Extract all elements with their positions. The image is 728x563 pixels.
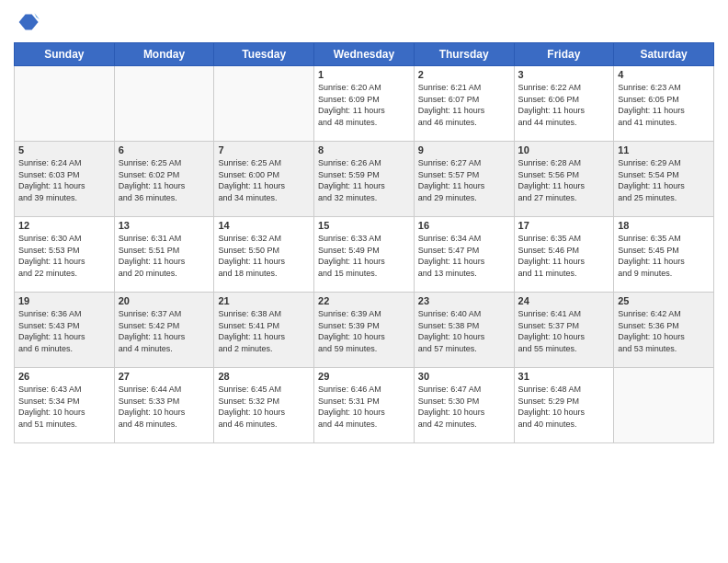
day-info: Sunrise: 6:32 AM Sunset: 5:50 PM Dayligh… xyxy=(218,233,310,279)
day-number: 11 xyxy=(618,144,710,155)
day-info: Sunrise: 6:28 AM Sunset: 5:56 PM Dayligh… xyxy=(518,157,610,203)
weekday-header-tuesday: Tuesday xyxy=(214,43,314,66)
day-number: 25 xyxy=(618,295,710,306)
day-number: 10 xyxy=(518,144,610,155)
calendar-cell: 21Sunrise: 6:38 AM Sunset: 5:41 PM Dayli… xyxy=(214,293,314,368)
weekday-header-thursday: Thursday xyxy=(414,43,514,66)
calendar-cell: 30Sunrise: 6:47 AM Sunset: 5:30 PM Dayli… xyxy=(414,368,514,443)
day-number: 4 xyxy=(618,69,710,80)
calendar-cell: 15Sunrise: 6:33 AM Sunset: 5:49 PM Dayli… xyxy=(314,217,415,293)
weekday-header-wednesday: Wednesday xyxy=(314,43,415,66)
day-number: 2 xyxy=(418,69,510,80)
header xyxy=(14,9,714,35)
calendar-cell: 20Sunrise: 6:37 AM Sunset: 5:42 PM Dayli… xyxy=(114,293,214,368)
day-info: Sunrise: 6:25 AM Sunset: 6:02 PM Dayligh… xyxy=(119,157,210,203)
calendar-cell xyxy=(214,66,314,142)
day-number: 15 xyxy=(318,220,410,231)
day-number: 20 xyxy=(119,295,210,306)
day-info: Sunrise: 6:34 AM Sunset: 5:47 PM Dayligh… xyxy=(418,233,510,279)
calendar-cell: 5Sunrise: 6:24 AM Sunset: 6:03 PM Daylig… xyxy=(15,142,115,217)
day-number: 23 xyxy=(418,295,510,306)
day-info: Sunrise: 6:36 AM Sunset: 5:43 PM Dayligh… xyxy=(18,308,110,354)
day-info: Sunrise: 6:44 AM Sunset: 5:33 PM Dayligh… xyxy=(119,384,210,430)
day-number: 22 xyxy=(318,295,410,306)
calendar-cell: 7Sunrise: 6:25 AM Sunset: 6:00 PM Daylig… xyxy=(214,142,314,217)
day-info: Sunrise: 6:42 AM Sunset: 5:36 PM Dayligh… xyxy=(618,308,710,354)
calendar-cell: 10Sunrise: 6:28 AM Sunset: 5:56 PM Dayli… xyxy=(514,142,614,217)
day-number: 8 xyxy=(318,144,410,155)
day-number: 6 xyxy=(119,144,210,155)
day-info: Sunrise: 6:22 AM Sunset: 6:06 PM Dayligh… xyxy=(518,82,610,128)
day-info: Sunrise: 6:37 AM Sunset: 5:42 PM Dayligh… xyxy=(119,308,210,354)
day-number: 14 xyxy=(218,220,310,231)
day-info: Sunrise: 6:30 AM Sunset: 5:53 PM Dayligh… xyxy=(18,233,110,279)
calendar-cell: 19Sunrise: 6:36 AM Sunset: 5:43 PM Dayli… xyxy=(15,293,115,368)
calendar-cell: 16Sunrise: 6:34 AM Sunset: 5:47 PM Dayli… xyxy=(414,217,514,293)
day-info: Sunrise: 6:29 AM Sunset: 5:54 PM Dayligh… xyxy=(618,157,710,203)
day-number: 31 xyxy=(518,371,610,382)
day-info: Sunrise: 6:20 AM Sunset: 6:09 PM Dayligh… xyxy=(318,82,410,128)
calendar-cell: 8Sunrise: 6:26 AM Sunset: 5:59 PM Daylig… xyxy=(314,142,415,217)
calendar-cell xyxy=(114,66,214,142)
day-number: 24 xyxy=(518,295,610,306)
week-row-1: 1Sunrise: 6:20 AM Sunset: 6:09 PM Daylig… xyxy=(15,66,714,142)
day-info: Sunrise: 6:33 AM Sunset: 5:49 PM Dayligh… xyxy=(318,233,410,279)
day-info: Sunrise: 6:25 AM Sunset: 6:00 PM Dayligh… xyxy=(218,157,310,203)
calendar-cell: 14Sunrise: 6:32 AM Sunset: 5:50 PM Dayli… xyxy=(214,217,314,293)
day-number: 27 xyxy=(119,371,210,382)
day-number: 16 xyxy=(418,220,510,231)
weekday-header-friday: Friday xyxy=(514,43,614,66)
day-info: Sunrise: 6:45 AM Sunset: 5:32 PM Dayligh… xyxy=(218,384,310,430)
calendar-cell: 25Sunrise: 6:42 AM Sunset: 5:36 PM Dayli… xyxy=(614,293,714,368)
day-info: Sunrise: 6:35 AM Sunset: 5:46 PM Dayligh… xyxy=(518,233,610,279)
day-info: Sunrise: 6:23 AM Sunset: 6:05 PM Dayligh… xyxy=(618,82,710,128)
calendar-cell: 31Sunrise: 6:48 AM Sunset: 5:29 PM Dayli… xyxy=(514,368,614,443)
day-info: Sunrise: 6:35 AM Sunset: 5:45 PM Dayligh… xyxy=(618,233,710,279)
day-number: 12 xyxy=(18,220,110,231)
day-number: 21 xyxy=(218,295,310,306)
day-info: Sunrise: 6:27 AM Sunset: 5:57 PM Dayligh… xyxy=(418,157,510,203)
calendar-cell: 13Sunrise: 6:31 AM Sunset: 5:51 PM Dayli… xyxy=(114,217,214,293)
day-info: Sunrise: 6:48 AM Sunset: 5:29 PM Dayligh… xyxy=(518,384,610,430)
day-info: Sunrise: 6:41 AM Sunset: 5:37 PM Dayligh… xyxy=(518,308,610,354)
day-number: 30 xyxy=(418,371,510,382)
weekday-header-row: SundayMondayTuesdayWednesdayThursdayFrid… xyxy=(15,43,714,66)
weekday-header-saturday: Saturday xyxy=(614,43,714,66)
calendar-cell: 12Sunrise: 6:30 AM Sunset: 5:53 PM Dayli… xyxy=(15,217,115,293)
day-info: Sunrise: 6:39 AM Sunset: 5:39 PM Dayligh… xyxy=(318,308,410,354)
day-number: 5 xyxy=(18,144,110,155)
day-info: Sunrise: 6:21 AM Sunset: 6:07 PM Dayligh… xyxy=(418,82,510,128)
calendar-cell: 6Sunrise: 6:25 AM Sunset: 6:02 PM Daylig… xyxy=(114,142,214,217)
day-number: 26 xyxy=(18,371,110,382)
day-info: Sunrise: 6:46 AM Sunset: 5:31 PM Dayligh… xyxy=(318,384,410,430)
day-info: Sunrise: 6:47 AM Sunset: 5:30 PM Dayligh… xyxy=(418,384,510,430)
calendar-cell: 9Sunrise: 6:27 AM Sunset: 5:57 PM Daylig… xyxy=(414,142,514,217)
day-number: 3 xyxy=(518,69,610,80)
day-info: Sunrise: 6:43 AM Sunset: 5:34 PM Dayligh… xyxy=(18,384,110,430)
day-info: Sunrise: 6:26 AM Sunset: 5:59 PM Dayligh… xyxy=(318,157,410,203)
calendar-cell: 24Sunrise: 6:41 AM Sunset: 5:37 PM Dayli… xyxy=(514,293,614,368)
calendar-cell: 28Sunrise: 6:45 AM Sunset: 5:32 PM Dayli… xyxy=(214,368,314,443)
calendar-cell: 27Sunrise: 6:44 AM Sunset: 5:33 PM Dayli… xyxy=(114,368,214,443)
day-info: Sunrise: 6:24 AM Sunset: 6:03 PM Dayligh… xyxy=(18,157,110,203)
calendar-cell: 23Sunrise: 6:40 AM Sunset: 5:38 PM Dayli… xyxy=(414,293,514,368)
calendar-cell: 1Sunrise: 6:20 AM Sunset: 6:09 PM Daylig… xyxy=(314,66,415,142)
day-number: 17 xyxy=(518,220,610,231)
logo xyxy=(14,9,43,35)
calendar-table: SundayMondayTuesdayWednesdayThursdayFrid… xyxy=(14,42,714,443)
calendar-cell xyxy=(614,368,714,443)
day-info: Sunrise: 6:31 AM Sunset: 5:51 PM Dayligh… xyxy=(119,233,210,279)
weekday-header-sunday: Sunday xyxy=(15,43,115,66)
week-row-4: 19Sunrise: 6:36 AM Sunset: 5:43 PM Dayli… xyxy=(15,293,714,368)
calendar-cell: 3Sunrise: 6:22 AM Sunset: 6:06 PM Daylig… xyxy=(514,66,614,142)
page: SundayMondayTuesdayWednesdayThursdayFrid… xyxy=(0,0,728,563)
day-number: 19 xyxy=(18,295,110,306)
day-number: 28 xyxy=(218,371,310,382)
day-number: 13 xyxy=(119,220,210,231)
calendar-cell: 22Sunrise: 6:39 AM Sunset: 5:39 PM Dayli… xyxy=(314,293,415,368)
calendar-cell: 29Sunrise: 6:46 AM Sunset: 5:31 PM Dayli… xyxy=(314,368,415,443)
week-row-2: 5Sunrise: 6:24 AM Sunset: 6:03 PM Daylig… xyxy=(15,142,714,217)
weekday-header-monday: Monday xyxy=(114,43,214,66)
day-info: Sunrise: 6:38 AM Sunset: 5:41 PM Dayligh… xyxy=(218,308,310,354)
calendar-cell: 17Sunrise: 6:35 AM Sunset: 5:46 PM Dayli… xyxy=(514,217,614,293)
